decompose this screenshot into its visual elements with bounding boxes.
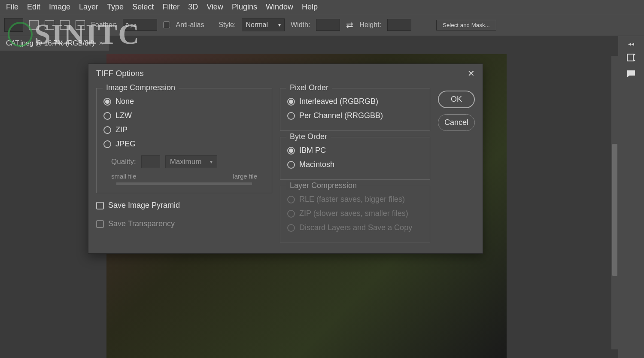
radio-selected-icon	[103, 98, 111, 106]
byte-ibm-label: IBM PC	[299, 146, 326, 155]
pixel-interleaved-radio[interactable]: Interleaved (RGBRGB)	[287, 94, 423, 109]
anti-alias-label: Anti-alias	[176, 21, 204, 29]
menu-file[interactable]: File	[2, 1, 23, 13]
menu-edit[interactable]: Edit	[23, 1, 45, 13]
menu-image[interactable]: Image	[45, 1, 75, 13]
select-and-mask-button[interactable]: Select and Mask...	[436, 20, 496, 30]
chevron-down-icon: ▾	[210, 159, 213, 165]
close-tab-icon[interactable]: ×	[99, 39, 103, 47]
cancel-button[interactable]: Cancel	[438, 114, 475, 131]
pixel-per-channel-radio[interactable]: Per Channel (RRGGBB)	[287, 109, 423, 123]
radio-icon	[103, 126, 111, 134]
menu-type[interactable]: Type	[103, 1, 128, 13]
save-transparency-label: Save Transparency	[108, 219, 175, 228]
collapse-panels-icon[interactable]: ◂◂	[628, 40, 634, 47]
document-tab-label: CAT.jpeg @ 16.7% (RGB/8#)	[6, 39, 94, 47]
selection-mode-subtract[interactable]	[60, 20, 70, 30]
close-dialog-icon[interactable]: ✕	[468, 68, 475, 79]
radio-icon	[287, 112, 295, 120]
byte-mac-radio[interactable]: Macintosh	[287, 158, 423, 172]
menu-plugins[interactable]: Plugins	[228, 1, 261, 13]
scrollbar-thumb[interactable]	[612, 144, 617, 276]
radio-icon	[287, 210, 295, 218]
image-compression-legend: Image Compression	[103, 83, 179, 92]
radio-icon	[287, 196, 295, 203]
layer-discard-radio: Discard Layers and Save a Copy	[287, 221, 423, 235]
document-tab-bar: CAT.jpeg @ 16.7% (RGB/8#) ×	[0, 36, 644, 54]
feather-input[interactable]	[123, 19, 157, 31]
tool-preset-select[interactable]	[4, 18, 23, 32]
layer-compression-legend: Layer Compression	[286, 181, 360, 190]
vertical-scrollbar[interactable]	[611, 56, 618, 349]
layer-rle-radio: RLE (faster saves, bigger files)	[287, 192, 423, 206]
anti-alias-checkbox[interactable]	[163, 21, 170, 28]
compression-zip-radio[interactable]: ZIP	[103, 123, 265, 137]
pixel-per-channel-label: Per Channel (RRGGBB)	[299, 111, 383, 120]
compression-lzw-radio[interactable]: LZW	[103, 109, 265, 123]
style-select[interactable]: Normal▾	[242, 18, 285, 31]
tiff-options-dialog: TIFF Options ✕ Image Compression None LZ…	[88, 64, 483, 254]
dialog-titlebar[interactable]: TIFF Options ✕	[88, 64, 483, 83]
radio-icon	[103, 140, 111, 148]
width-label: Width:	[291, 21, 310, 29]
document-tab[interactable]: CAT.jpeg @ 16.7% (RGB/8#) ×	[0, 36, 109, 51]
quality-input	[141, 155, 160, 168]
style-label: Style:	[219, 21, 236, 29]
radio-icon	[287, 161, 295, 169]
pixel-interleaved-label: Interleaved (RGBRGB)	[299, 97, 378, 106]
radio-icon	[103, 112, 111, 120]
swap-dimensions-icon[interactable]: ⇄	[346, 20, 353, 30]
large-file-label: large file	[233, 173, 257, 180]
width-input[interactable]	[316, 19, 340, 31]
compression-zip-label: ZIP	[115, 125, 128, 134]
height-label: Height:	[359, 21, 381, 29]
right-panel-strip: ◂◂	[618, 36, 644, 358]
quality-preset-label: Maximum	[170, 158, 202, 166]
checkbox-icon	[96, 220, 104, 228]
menu-view[interactable]: View	[202, 1, 228, 13]
image-compression-group: Image Compression None LZW ZIP JPEG Qual…	[96, 88, 272, 193]
save-transparency-checkbox: Save Transparency	[96, 218, 272, 230]
menu-select[interactable]: Select	[128, 1, 158, 13]
quality-slider	[116, 182, 252, 185]
radio-selected-icon	[287, 98, 295, 106]
layer-zip-label: ZIP (slower saves, smaller files)	[299, 209, 408, 218]
feather-label: Feather:	[91, 21, 117, 29]
compression-jpeg-label: JPEG	[115, 140, 136, 149]
save-image-pyramid-checkbox[interactable]: Save Image Pyramid	[96, 199, 272, 212]
byte-ibm-radio[interactable]: IBM PC	[287, 143, 423, 158]
menu-bar: File Edit Image Layer Type Select Filter…	[0, 0, 644, 14]
history-panel-icon[interactable]	[625, 52, 637, 64]
quality-row: Quality: Maximum▾	[103, 155, 265, 168]
quality-slider-labels: small file large file	[103, 173, 265, 180]
ok-button[interactable]: OK	[438, 91, 475, 108]
checkbox-icon	[96, 202, 104, 209]
menu-filter[interactable]: Filter	[158, 1, 184, 13]
compression-none-label: None	[115, 97, 134, 106]
layer-discard-label: Discard Layers and Save a Copy	[299, 223, 412, 232]
dialog-title: TIFF Options	[96, 69, 144, 78]
menu-help[interactable]: Help	[298, 1, 322, 13]
selection-mode-intersect[interactable]	[76, 20, 85, 30]
style-value: Normal	[246, 21, 268, 29]
layer-zip-radio: ZIP (slower saves, smaller files)	[287, 206, 423, 221]
quality-label: Quality:	[111, 158, 136, 166]
selection-mode-add[interactable]	[45, 20, 54, 30]
menu-window[interactable]: Window	[261, 1, 298, 13]
selection-mode-new[interactable]	[29, 20, 39, 30]
height-input[interactable]	[387, 19, 411, 31]
compression-none-radio[interactable]: None	[103, 94, 265, 109]
byte-order-group: Byte Order IBM PC Macintosh	[280, 137, 430, 180]
menu-layer[interactable]: Layer	[75, 1, 103, 13]
pixel-order-legend: Pixel Order	[286, 83, 332, 92]
byte-order-legend: Byte Order	[286, 132, 331, 141]
menu-3d[interactable]: 3D	[184, 1, 202, 13]
compression-lzw-label: LZW	[115, 111, 132, 120]
comments-panel-icon[interactable]	[625, 68, 637, 80]
pixel-order-group: Pixel Order Interleaved (RGBRGB) Per Cha…	[280, 88, 430, 131]
save-image-pyramid-label: Save Image Pyramid	[108, 201, 180, 210]
compression-jpeg-radio[interactable]: JPEG	[103, 137, 265, 151]
quality-preset-select: Maximum▾	[165, 155, 218, 168]
svg-rect-0	[627, 54, 633, 61]
chevron-down-icon: ▾	[278, 22, 281, 28]
